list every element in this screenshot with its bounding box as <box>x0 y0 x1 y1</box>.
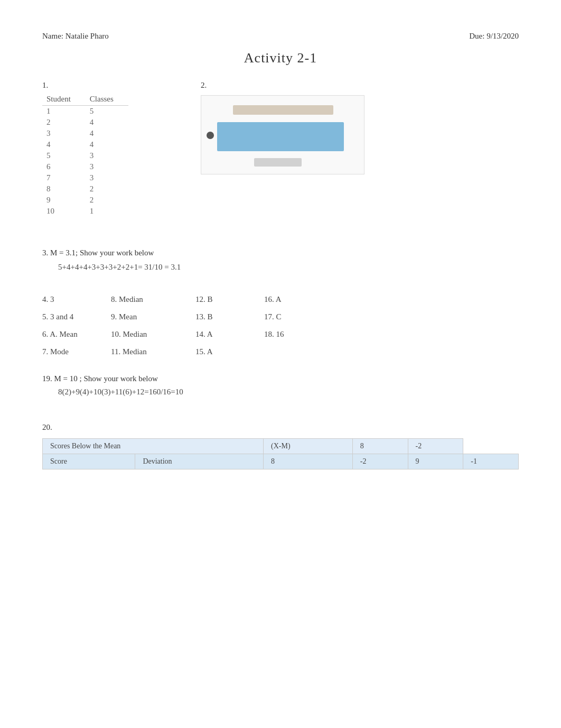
table-cell: 4 <box>86 128 128 139</box>
name-label: Name: Natalie Pharo <box>42 32 109 41</box>
answer-item: 10. Median <box>111 328 195 341</box>
problem-1-table-container: Student Classes 152434445363738292101 <box>42 93 158 217</box>
table-cell: 3 <box>86 161 128 172</box>
val-neg2: -2 <box>352 454 408 469</box>
chart-bar-main <box>217 122 344 151</box>
val-neg1: -1 <box>463 454 519 469</box>
answer-item: 5. 3 and 4 <box>42 310 111 324</box>
table-cell: 2 <box>86 183 128 195</box>
answer-item: 13. B <box>195 310 264 324</box>
table-row: 73 <box>42 172 128 183</box>
answer-item: 4. 3 <box>42 293 111 306</box>
table-row: 53 <box>42 150 128 161</box>
table-cell: 4 <box>86 117 128 128</box>
col-classes: Classes <box>86 93 128 106</box>
table-cell: 5 <box>42 150 86 161</box>
problem-19: 19. M = 10 ; Show your work below 8(2)+9… <box>42 374 519 397</box>
answer-item: 17. C <box>264 310 338 324</box>
table-cell: 1 <box>86 206 128 217</box>
chart-bar-bottom <box>254 158 302 167</box>
problem-19-line1: 19. M = 10 ; Show your work below <box>42 374 519 383</box>
table-cell: 3 <box>86 172 128 183</box>
table-cell: 5 <box>86 106 128 117</box>
bottom-table-wrapper: Scores Below the Mean (X-M) 8 -2 Score D… <box>42 438 519 469</box>
answer-item <box>264 345 338 358</box>
answer-item: 11. Median <box>111 345 195 358</box>
problem-19-work: 8(2)+9(4)+10(3)+11(6)+12=160/16=10 <box>58 388 519 397</box>
score-label: Score <box>43 454 135 469</box>
table-cell: 1 <box>42 106 86 117</box>
problem-3: 3. M = 3.1; Show your work below 5+4+4+4… <box>42 248 519 272</box>
answer-item: 16. A <box>264 293 338 306</box>
table-cell: 3 <box>42 128 86 139</box>
table-row: 34 <box>42 128 128 139</box>
chart-placeholder <box>201 95 364 174</box>
table-cell: 8 <box>42 183 86 195</box>
problem-20-num: 20. <box>42 423 519 432</box>
chart-bar-top <box>233 105 333 115</box>
due-label: Due: 9/13/2020 <box>469 32 519 41</box>
answer-item: 9. Mean <box>111 310 195 324</box>
problem-2-num: 2. <box>201 81 207 90</box>
problem-1: 1. Student Classes 152434445363738292101 <box>42 81 158 217</box>
table-cell: 2 <box>42 117 86 128</box>
student-classes-table: Student Classes 152434445363738292101 <box>42 93 128 217</box>
answer-item: 8. Median <box>111 293 195 306</box>
answers-grid: 4. 38. Median12. B16. A5. 3 and 49. Mean… <box>42 293 519 358</box>
table-row: 44 <box>42 139 128 150</box>
table-row: 15 <box>42 106 128 117</box>
table-cell: 9 <box>42 195 86 206</box>
table-cell: 7 <box>42 172 86 183</box>
problem-1-num: 1. <box>42 81 158 90</box>
table-row: 24 <box>42 117 128 128</box>
answer-item: 6. A. Mean <box>42 328 111 341</box>
table-cell: 4 <box>42 139 86 150</box>
answer-item: 12. B <box>195 293 264 306</box>
chart-dot <box>207 132 214 139</box>
table-row: 92 <box>42 195 128 206</box>
table-row: 101 <box>42 206 128 217</box>
problem-2: 2. <box>201 81 364 217</box>
answer-item: 18. 16 <box>264 328 338 341</box>
table-cell: 3 <box>86 150 128 161</box>
problem-3-line1: 3. M = 3.1; Show your work below <box>42 248 519 257</box>
table-cell: 10 <box>42 206 86 217</box>
bottom-table: Scores Below the Mean (X-M) 8 -2 Score D… <box>42 438 519 469</box>
page-title: Activity 2-1 <box>42 50 519 66</box>
answer-item: 14. A <box>195 328 264 341</box>
table-cell: 6 <box>42 161 86 172</box>
table-row: 63 <box>42 161 128 172</box>
answer-item: 7. Mode <box>42 345 111 358</box>
table-cell: 2 <box>86 195 128 206</box>
col-student: Student <box>42 93 86 106</box>
section-1-2: 1. Student Classes 152434445363738292101… <box>42 81 519 217</box>
scores-below-mean-label: Scores Below the Mean <box>43 439 264 454</box>
table-cell: 4 <box>86 139 128 150</box>
deviation-label: Deviation <box>135 454 264 469</box>
val-8: 8 <box>264 454 353 469</box>
col8-header: 8 <box>352 439 408 454</box>
header: Name: Natalie Pharo Due: 9/13/2020 <box>42 32 519 41</box>
val-9: 9 <box>408 454 463 469</box>
xm-header: (X-M) <box>264 439 353 454</box>
col-neg2-header: -2 <box>408 439 463 454</box>
answer-item: 15. A <box>195 345 264 358</box>
problem-20: 20. Scores Below the Mean (X-M) 8 -2 Sco… <box>42 423 519 469</box>
table-row: 82 <box>42 183 128 195</box>
problem-3-work: 5+4+4+4+3+3+3+2+2+1= 31/10 = 3.1 <box>58 263 519 272</box>
